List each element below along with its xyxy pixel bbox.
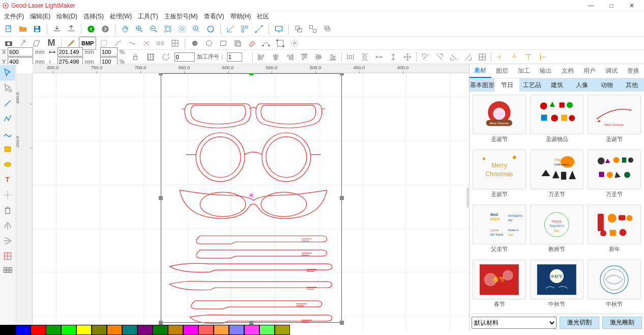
array-button[interactable] [238,22,251,36]
menu-item[interactable]: 工具(T) [135,11,161,22]
rect-outline-button[interactable] [217,37,230,50]
panel-subtab[interactable]: 动物 [594,78,619,92]
asset-item[interactable]: HappyHalloween万圣节 [530,150,583,201]
import-button[interactable] [50,22,64,36]
color-swatch[interactable] [183,325,198,335]
selection-box[interactable] [161,73,342,323]
color-swatch[interactable] [168,325,183,335]
asset-item[interactable]: 中秋节中秋节 [530,260,583,311]
color-swatch[interactable] [244,325,259,335]
mirror-v-tool[interactable] [0,233,15,248]
grid-icon-button[interactable] [168,37,182,50]
undo-button[interactable] [84,22,98,36]
menu-item[interactable]: 文件(F) [1,11,27,22]
panel-subtab[interactable]: 节日 [494,78,519,92]
color-swatch[interactable] [122,325,137,335]
eraser-button[interactable] [245,37,258,50]
text-tool[interactable]: T [0,172,15,187]
panel-tab[interactable]: 加工 [513,64,535,78]
color-swatch[interactable] [214,325,229,335]
circle-fill-button[interactable] [188,37,201,50]
color-swatch[interactable] [61,325,76,335]
corner-tr-button[interactable] [433,50,446,64]
panel-tab[interactable]: 用户 [578,64,600,78]
close-button[interactable]: ✕ [622,0,642,11]
line-tool[interactable] [0,96,15,111]
menu-item[interactable]: 主板型号(M) [161,11,201,22]
color-swatch[interactable] [229,325,244,335]
color-swatch[interactable] [275,325,290,335]
align-left-button[interactable] [255,50,268,64]
menu-item[interactable]: 处理(W) [107,11,135,22]
minimize-button[interactable]: — [581,0,601,11]
asset-item[interactable]: 圣诞物品 [530,95,583,146]
asset-item[interactable]: 中秋节 [588,260,641,311]
asset-item[interactable]: 新年 [588,205,641,256]
align-top-button[interactable] [298,50,311,64]
dist-v-button[interactable] [358,50,371,64]
asset-item[interactable]: 万圣节 [588,150,641,201]
panel-tab[interactable]: 输出 [535,64,557,78]
new-file-button[interactable]: + [2,22,15,36]
panel-subtab[interactable]: 其他 [619,78,644,92]
menu-item[interactable]: 编辑(E) [27,11,53,22]
dist-h-button[interactable] [344,50,357,64]
color-swatch[interactable] [137,325,153,335]
zoom-fit-button[interactable] [161,22,174,36]
align-right-button[interactable] [283,50,297,64]
panel-tab[interactable]: 文档 [557,64,579,78]
asset-item[interactable]: BestEVERFATHER'Sdayyou'reMY KINGFather's… [473,205,526,256]
color-swatch[interactable] [198,325,214,335]
asset-item[interactable]: Merry Christmas圣诞节 [473,95,526,146]
measure-button[interactable] [252,22,266,36]
zoom-in-button[interactable] [133,22,146,36]
color-swatch[interactable] [46,325,61,335]
asset-item[interactable]: 春节春节 [473,260,526,311]
display-button[interactable] [272,22,285,36]
canvas[interactable]: ✕ [33,73,469,331]
panel-subtab[interactable]: 基本图形 [470,78,494,92]
snap-l-button[interactable] [536,50,549,64]
save-file-button[interactable] [31,22,44,36]
zoom-actual-button[interactable]: A [190,22,203,36]
zoom-all-button[interactable] [204,22,217,36]
rotate-icon[interactable] [159,50,172,64]
panel-tab[interactable]: 图层 [491,64,513,78]
zoom-selection-button[interactable] [175,22,189,36]
snap-h-button[interactable] [493,50,507,64]
lock-aspect-button[interactable] [129,50,142,64]
origin-tool-button[interactable] [224,22,237,36]
color-swatch[interactable] [76,325,92,335]
align-bottom-button[interactable] [326,50,339,64]
center-tool[interactable] [0,248,15,264]
rect-tool[interactable] [0,142,15,157]
move-all-button[interactable] [401,50,414,64]
menu-item[interactable]: 选择(S) [80,11,107,22]
snap-t-button[interactable] [522,50,535,64]
zoom-out-button[interactable] [147,22,160,36]
ellipse-tool[interactable] [0,157,15,172]
circle-outline-button[interactable] [202,37,216,50]
asset-item[interactable]: HappyTeacher'sDay教师节 [530,205,583,256]
color-swatch[interactable] [0,325,15,335]
color-swatch[interactable] [15,325,31,335]
width-input[interactable] [57,47,83,57]
menu-item[interactable]: 绘制(D) [53,11,80,22]
space-h-button[interactable] [372,50,386,64]
snap-v-button[interactable] [508,50,521,64]
panel-collapse-handle[interactable] [466,187,470,208]
select-tool[interactable] [0,65,15,80]
menu-item[interactable]: 帮助(H) [227,11,254,22]
color-swatch[interactable] [92,325,107,335]
x-input[interactable] [8,47,33,57]
corner-br-button[interactable] [461,50,475,64]
color-swatch[interactable] [107,325,122,335]
polyline-tool[interactable] [0,111,15,126]
panel-subtab[interactable]: 工艺品 [519,78,544,92]
asset-item[interactable]: MerryChristmas圣诞节 [473,150,526,201]
corner-tl-button[interactable] [419,50,432,64]
maximize-button[interactable]: □ [601,0,622,11]
color-swatch[interactable] [31,325,46,335]
menu-item[interactable]: 社区 [254,11,272,22]
path-button[interactable] [259,37,273,50]
